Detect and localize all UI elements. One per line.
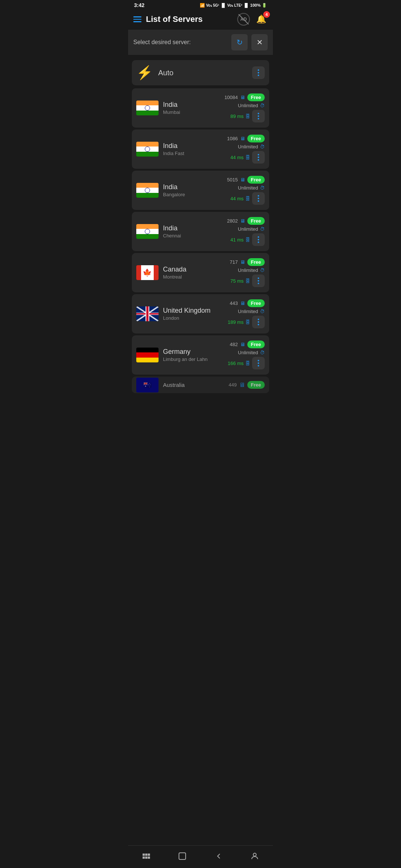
wifi-icon: 📶 <box>200 3 205 8</box>
server-item[interactable]: India India Fast 1086 🖥 Free Unlimited ⏱… <box>132 129 269 169</box>
server-right-section: 717 🖥 Free Unlimited ⏱ 75 ms 🗄 <box>230 258 265 287</box>
status-bar: 3:42 📶 Vo₁ 5G¹ ▐▌ Vo₁ LTE² ▐▌ 100% 🔋 <box>128 0 273 10</box>
server-icon: 🗄 <box>245 361 250 366</box>
monitor-icon: 🖥 <box>240 300 245 306</box>
server-item[interactable]: India Mumbai 10084 🖥 Free Unlimited ⏱ 89… <box>132 88 269 128</box>
bandwidth-row: Unlimited ⏱ <box>238 350 265 355</box>
server-menu-button[interactable] <box>252 357 265 369</box>
bandwidth-value: Unlimited <box>238 226 258 232</box>
clock-icon: ⏱ <box>260 267 265 273</box>
server-icon: 🗄 <box>245 196 250 201</box>
server-country: United Kingdom <box>163 307 223 315</box>
partial-screen-icon: 🖥 <box>239 382 245 388</box>
server-menu-button[interactable] <box>252 192 265 205</box>
select-server-label: Select desired server: <box>133 39 228 46</box>
ping-value: 41 ms <box>231 237 244 243</box>
server-users: 482 <box>230 342 238 347</box>
notification-badge: 4 <box>263 11 270 18</box>
auto-label: Auto <box>158 69 247 77</box>
server-icon: 🗄 <box>245 278 250 284</box>
server-users: 2802 <box>227 218 238 224</box>
partial-server-info: Australia <box>163 382 224 388</box>
partial-right: 449 🖥 Free <box>229 381 265 389</box>
server-badge-row: 1086 🖥 Free <box>227 135 265 142</box>
refresh-button[interactable]: ↻ <box>231 34 248 50</box>
australia-flag: 🇦🇺 <box>136 378 159 392</box>
server-item[interactable]: United Kingdom London 443 🖥 Free Unlimit… <box>132 294 269 333</box>
server-menu-button[interactable] <box>252 151 265 164</box>
lte-icon: Vo₁ LTE² <box>227 3 242 7</box>
server-badge-row: 443 🖥 Free <box>230 299 265 307</box>
server-info: India Mumbai <box>163 101 220 115</box>
battery-text: 100% <box>250 3 261 7</box>
server-menu-button[interactable] <box>252 316 265 328</box>
server-users: 717 <box>230 259 238 265</box>
free-badge: Free <box>247 176 265 184</box>
server-icon: 🗄 <box>245 155 250 160</box>
monitor-icon: 🖥 <box>240 136 245 141</box>
server-item[interactable]: Germany Limburg an der Lahn 482 🖥 Free U… <box>132 335 269 375</box>
signal3-icon: ▐▌ <box>243 3 249 7</box>
clock-icon: ⏱ <box>260 185 265 191</box>
server-item[interactable]: 🍁 Canada Montreal 717 🖥 Free Unlimited ⏱… <box>132 253 269 292</box>
india-flag <box>136 183 159 198</box>
status-icons: 📶 Vo₁ 5G¹ ▐▌ Vo₁ LTE² ▐▌ 100% 🔋 <box>200 3 267 8</box>
ping-row: 166 ms 🗄 <box>228 357 265 369</box>
server-right-section: 482 🖥 Free Unlimited ⏱ 166 ms 🗄 <box>228 341 265 369</box>
bandwidth-value: Unlimited <box>238 144 258 149</box>
bandwidth-value: Unlimited <box>238 267 258 273</box>
bandwidth-row: Unlimited ⏱ <box>238 185 265 191</box>
server-icon: 🗄 <box>245 114 250 119</box>
monitor-icon: 🖥 <box>240 177 245 183</box>
server-city: Limburg an der Lahn <box>163 356 223 362</box>
ping-row: 189 ms 🗄 <box>228 316 265 328</box>
hamburger-menu-icon[interactable] <box>133 16 141 22</box>
ping-value: 166 ms <box>228 361 244 366</box>
ping-row: 44 ms 🗄 <box>231 151 265 164</box>
clock-icon: ⏱ <box>260 226 265 232</box>
signal-icon: Vo₁ 5G¹ <box>206 3 219 7</box>
ping-row: 44 ms 🗄 <box>231 192 265 205</box>
server-city: Bangalore <box>163 192 223 197</box>
bandwidth-value: Unlimited <box>238 185 258 191</box>
bandwidth-value: Unlimited <box>238 103 258 108</box>
server-users: 1086 <box>227 136 238 141</box>
server-users: 10084 <box>224 95 238 100</box>
server-menu-button[interactable] <box>252 274 265 287</box>
ping-value: 189 ms <box>228 319 244 325</box>
notification-bell[interactable]: 🔔 4 <box>254 13 268 26</box>
ad-block-icon[interactable]: AD <box>237 13 250 26</box>
auto-server-item[interactable]: ⚡ Auto <box>132 60 269 85</box>
india-flag <box>136 142 159 157</box>
monitor-icon: 🖥 <box>240 259 245 265</box>
close-button[interactable]: ✕ <box>251 34 268 50</box>
server-menu-button[interactable] <box>252 110 265 122</box>
server-badge-row: 10084 🖥 Free <box>224 93 265 101</box>
server-right-section: 5015 🖥 Free Unlimited ⏱ 44 ms 🗄 <box>227 176 265 205</box>
monitor-icon: 🖥 <box>240 95 245 100</box>
partial-server-item[interactable]: 🇦🇺 Australia 449 🖥 Free <box>132 377 269 393</box>
server-list: ⚡ Auto India Mumbai 10084 🖥 Free Unlimit… <box>128 55 273 397</box>
ping-value: 44 ms <box>231 155 244 160</box>
free-badge: Free <box>247 217 265 225</box>
server-menu-button[interactable] <box>252 233 265 246</box>
server-country: India <box>163 183 223 191</box>
bandwidth-value: Unlimited <box>238 309 258 314</box>
server-country: Germany <box>163 348 223 356</box>
server-badge-row: 2802 🖥 Free <box>227 217 265 225</box>
server-item[interactable]: India Chennai 2802 🖥 Free Unlimited ⏱ 41… <box>132 212 269 251</box>
clock-icon: ⏱ <box>260 103 265 108</box>
server-info: United Kingdom London <box>163 307 223 321</box>
uk-flag <box>136 306 159 321</box>
ping-value: 89 ms <box>231 114 244 119</box>
auto-menu-button[interactable] <box>252 66 265 79</box>
partial-country: Australia <box>163 382 224 388</box>
server-city: Mumbai <box>163 109 220 115</box>
free-badge: Free <box>247 299 265 307</box>
server-right-section: 443 🖥 Free Unlimited ⏱ 189 ms 🗄 <box>228 299 265 328</box>
battery-icon: 🔋 <box>262 3 267 8</box>
server-badge-row: 5015 🖥 Free <box>227 176 265 184</box>
server-item[interactable]: India Bangalore 5015 🖥 Free Unlimited ⏱ … <box>132 171 269 210</box>
server-info: India India Fast <box>163 142 223 156</box>
server-right-section: 1086 🖥 Free Unlimited ⏱ 44 ms 🗄 <box>227 135 265 164</box>
